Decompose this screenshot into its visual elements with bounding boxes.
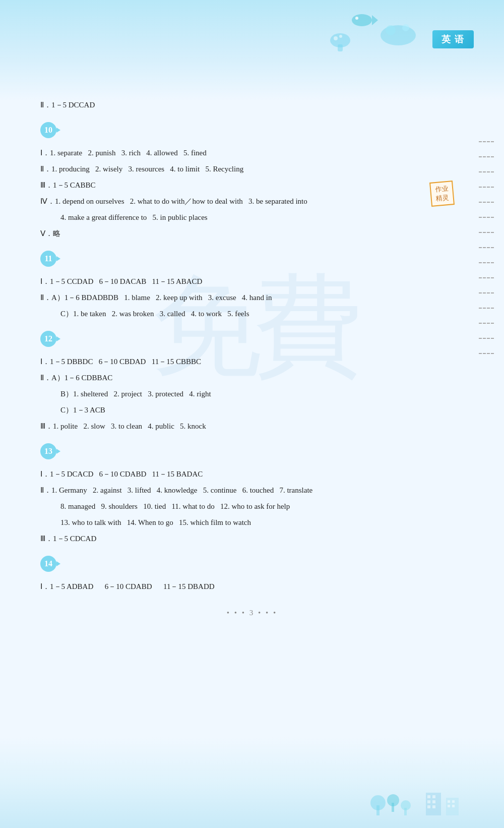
section-10-num: 10: [40, 122, 56, 138]
roman-11-1: Ⅰ: [40, 277, 42, 285]
svg-point-8: [334, 36, 338, 40]
svg-rect-13: [392, 803, 394, 812]
section-13-num: 13: [40, 443, 56, 459]
building-deco-svg: [423, 783, 464, 818]
section-13-item-3: Ⅲ．1－5 CDCAD: [40, 532, 464, 546]
svg-point-9: [339, 35, 342, 38]
section-12-item-3: Ⅲ．1. polite 2. slow 3. to clean 4. publi…: [40, 420, 464, 433]
roman-5: Ⅴ: [40, 229, 45, 238]
roman-1: Ⅰ: [40, 149, 42, 157]
stamp-line2: 精灵: [435, 193, 449, 203]
section-13-block: 13 Ⅰ．1－5 DCACD 6－10 CDABD 11－15 BADAC Ⅱ．…: [40, 443, 464, 546]
section-14-item-1: Ⅰ．1－5 ADBAD 6－10 CDABD 11－15 DBADD: [40, 580, 464, 594]
svg-rect-19: [427, 800, 430, 803]
dash-line-11: [479, 292, 494, 293]
roman-14-1: Ⅰ: [40, 582, 42, 590]
svg-point-3: [352, 14, 372, 26]
main-content: Ⅱ．1－5 DCCAD 10 Ⅰ．1. separate 2. punish 3…: [0, 91, 504, 647]
svg-point-5: [355, 17, 358, 20]
svg-marker-4: [372, 15, 378, 25]
dashed-lines-decoration: [479, 141, 494, 354]
deco-fish: [348, 10, 378, 32]
svg-rect-17: [427, 795, 430, 798]
section-13-item-1: Ⅰ．1－5 DCACD 6－10 CDABD 11－15 BADAC: [40, 467, 464, 481]
dash-line-13: [479, 323, 494, 324]
deco-bubble1: [378, 20, 418, 52]
section-11-item-1: Ⅰ．1－5 CCDAD 6－10 DACAB 11－15 ABACD: [40, 275, 464, 288]
stamp-area: 作业 精灵: [430, 182, 454, 206]
svg-rect-20: [432, 800, 435, 803]
section-10-item-4b: 4. make a great difference to 5. in publ…: [60, 211, 464, 224]
dash-line-8: [479, 247, 494, 248]
section-10-item-2: Ⅱ．1. producing 2. wisely 3. resources 4.…: [40, 162, 464, 176]
svg-rect-24: [448, 800, 450, 803]
roman-11-2: Ⅱ: [40, 293, 44, 302]
section-ii-top-block: Ⅱ．1－5 DCCAD: [40, 98, 464, 112]
page-number: • • • 3 • • •: [40, 609, 464, 617]
section-12-item-2: Ⅱ．A）1－6 CDBBAC: [40, 371, 464, 385]
svg-rect-25: [452, 800, 455, 803]
svg-rect-26: [448, 805, 450, 807]
section-11-item-3: C）1. be taken 2. was broken 3. called 4.…: [60, 307, 464, 321]
section-10-item-3: Ⅲ．1－5 CABBC: [40, 179, 464, 192]
roman-4: Ⅳ: [40, 197, 47, 205]
section-14-block: 14 Ⅰ．1－5 ADBAD 6－10 CDABD 11－15 DBADD: [40, 556, 464, 594]
section-13-item-2b: 8. managed 9. shoulders 10. tied 11. wha…: [60, 500, 464, 513]
section-10-item-4: Ⅳ．1. depend on ourselves 2. what to do w…: [40, 195, 464, 208]
dash-line-7: [479, 232, 494, 233]
section-10-item-5: Ⅴ．略: [40, 227, 464, 241]
bottom-deco-svg: [368, 778, 418, 818]
roman-13-3: Ⅲ: [40, 535, 45, 543]
section-11-item-2: Ⅱ．A）1－6 BDADBDB 1. blame 2. keep up with…: [40, 291, 464, 305]
dash-line-10: [479, 277, 494, 278]
svg-rect-7: [338, 44, 343, 51]
dash-line-2: [479, 156, 494, 157]
deco-mushroom-shape: [328, 30, 353, 57]
svg-point-2: [402, 24, 409, 31]
roman-12-1: Ⅰ: [40, 358, 42, 366]
svg-rect-27: [452, 805, 455, 807]
svg-rect-18: [432, 795, 435, 798]
roman-12-3: Ⅲ: [40, 422, 45, 430]
svg-rect-15: [404, 808, 407, 815]
english-badge: 英 语: [432, 30, 474, 48]
dash-line-5: [479, 202, 494, 203]
stamp-box: 作业 精灵: [429, 181, 455, 207]
header-area: 英 语: [0, 0, 504, 91]
bottom-decoration: [368, 778, 464, 818]
roman-3: Ⅲ: [40, 181, 45, 189]
stamp-line1: 作业: [434, 184, 448, 194]
section-14-num: 14: [40, 556, 56, 572]
section-12-num: 12: [40, 331, 56, 347]
section-10-block: 10 Ⅰ．1. separate 2. punish 3. rich 4. al…: [40, 122, 464, 241]
dash-line-3: [479, 171, 494, 172]
section-10-item-1: Ⅰ．1. separate 2. punish 3. rich 4. allow…: [40, 146, 464, 160]
section-12-item-2c: C）1－3 ACB: [60, 403, 464, 417]
dash-line-6: [479, 217, 494, 218]
section-13-item-2c: 13. who to talk with 14. When to go 15. …: [60, 516, 464, 529]
dash-line-15: [479, 353, 494, 354]
section-12-item-1: Ⅰ．1－5 DBBDC 6－10 CBDAD 11－15 CBBBC: [40, 355, 464, 369]
section-ii-top-line: Ⅱ．1－5 DCCAD: [40, 98, 464, 112]
svg-rect-22: [432, 805, 435, 808]
roman-2: Ⅱ: [40, 165, 44, 173]
svg-rect-21: [427, 805, 430, 808]
section-12-item-2b: B）1. sheltered 2. project 3. protected 4…: [60, 387, 464, 401]
section-12-block: 12 Ⅰ．1－5 DBBDC 6－10 CBDAD 11－15 CBBBC Ⅱ．…: [40, 331, 464, 433]
section-11-block: 11 Ⅰ．1－5 CCDAD 6－10 DACAB 11－15 ABACD Ⅱ．…: [40, 251, 464, 321]
dash-line-12: [479, 308, 494, 309]
roman-13-1: Ⅰ: [40, 470, 42, 478]
dash-line-1: [479, 141, 494, 142]
roman-13-2: Ⅱ: [40, 486, 44, 494]
dash-line-4: [479, 187, 494, 188]
section-11-num: 11: [40, 251, 56, 267]
roman-12-2: Ⅱ: [40, 374, 44, 382]
section-13-item-2: Ⅱ．1. Germany 2. against 3. lifted 4. kno…: [40, 484, 464, 497]
svg-rect-11: [376, 805, 380, 815]
dash-line-14: [479, 338, 494, 339]
svg-point-1: [386, 25, 396, 35]
dash-line-9: [479, 262, 494, 263]
svg-point-0: [381, 25, 416, 45]
